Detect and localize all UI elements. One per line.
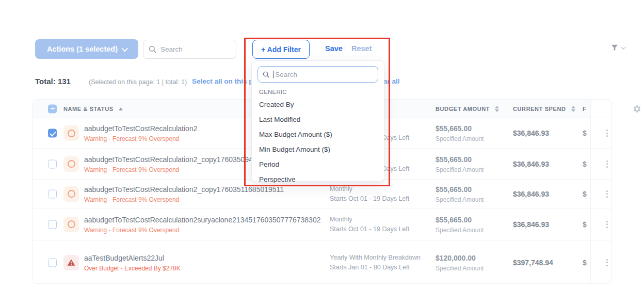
period-type: Yearly With Monthly Breakdown — [330, 253, 421, 263]
total-count-label: Total: 131 — [35, 77, 71, 86]
column-header-current-spend[interactable]: CURRENT SPEND — [513, 106, 575, 112]
budget-status: Warning - Forecast 9% Overspend — [84, 166, 253, 173]
table-settings-button[interactable] — [633, 104, 641, 113]
table-search-box[interactable] — [143, 40, 236, 59]
filter-search-box[interactable] — [257, 66, 378, 83]
reset-filters-button[interactable]: Reset — [351, 44, 372, 53]
filter-option[interactable]: Perspective — [252, 172, 384, 187]
row-menu-kebab-icon[interactable] — [604, 127, 610, 139]
budgets-page: Actions (1 selected) + Add Filter Save R… — [0, 0, 644, 289]
budget-status: Warning - Forecast 9% Overspend — [84, 226, 320, 233]
filter-option[interactable]: Min Budget Amount ($) — [252, 142, 384, 157]
period-type: Monthly — [330, 215, 409, 224]
column-header-budget-amount[interactable]: BUDGET AMOUNT — [436, 106, 499, 112]
current-spend: $36,846.93 — [513, 220, 549, 229]
row-checkbox[interactable] — [48, 220, 57, 229]
filter-search-input[interactable] — [275, 71, 373, 78]
warning-circle-icon — [63, 186, 79, 202]
current-spend: $36,846.93 — [513, 160, 549, 168]
budget-status: Warning - Forecast 9% Overspend — [84, 196, 284, 203]
forecasted-spend-clipped: $ — [583, 259, 590, 267]
current-spend: $36,846.93 — [513, 129, 549, 137]
select-all-checkbox[interactable] — [48, 104, 57, 113]
budget-amount-type: Specified Amount — [436, 226, 484, 233]
row-menu-kebab-icon[interactable] — [604, 219, 610, 230]
add-filter-popup: GENERIC Created ByLast ModifiedMax Budge… — [251, 60, 384, 182]
budget-name[interactable]: aabudgetToTestCostRecalculation2 — [84, 124, 197, 133]
filter-option[interactable]: Max Budget Amount ($) — [252, 127, 384, 142]
row-menu-kebab-icon[interactable] — [604, 158, 610, 170]
toolbar-divider — [345, 43, 345, 54]
gear-icon — [633, 104, 641, 113]
row-menu-kebab-icon[interactable] — [604, 188, 610, 200]
warning-circle-icon — [63, 217, 79, 232]
row-checkbox[interactable] — [48, 258, 57, 267]
filter-section-label: GENERIC — [252, 85, 384, 97]
text-cursor — [273, 71, 273, 78]
chevron-down-icon — [621, 44, 626, 50]
warning-circle-icon — [63, 125, 79, 141]
save-filters-button[interactable]: Save — [325, 44, 343, 53]
chevron-down-icon — [122, 45, 128, 52]
sort-icon — [571, 106, 575, 112]
budget-amount: $55,665.00 — [436, 124, 484, 133]
filter-option[interactable]: Last Modified — [252, 112, 384, 127]
over-budget-triangle-icon — [63, 255, 79, 270]
budget-name[interactable]: aabudgetToTestCostRecalculation2suryaclo… — [84, 215, 320, 223]
add-filter-button[interactable]: + Add Filter — [252, 40, 310, 59]
budget-status: Warning - Forecast 9% Overspend — [84, 135, 197, 142]
sort-icon — [495, 106, 499, 112]
current-spend: $397,748.94 — [513, 259, 553, 267]
budget-amount: $55,665.00 — [436, 185, 484, 193]
budget-amount: $55,665.00 — [436, 215, 484, 223]
sort-ascending-icon — [119, 107, 123, 110]
budget-name[interactable]: aaTestBudgetAlerts22Jul — [84, 253, 181, 262]
current-spend: $36,846.93 — [513, 190, 549, 198]
budget-status: Over Budget - Exceeded By $278K — [84, 264, 181, 271]
budget-amount: $120,000.00 — [436, 253, 484, 262]
budget-amount-type: Specified Amount — [436, 196, 484, 203]
table-row: aabudgetToTestCostRecalculation2suryaclo… — [33, 208, 611, 240]
selection-info-label: (Selected on this page: 1 | total: 1) — [89, 78, 187, 86]
filter-option[interactable]: Period — [252, 157, 384, 172]
period-range: Starts Oct 01 - 19 Days Left — [330, 224, 409, 234]
forecasted-spend-clipped: $ — [583, 160, 590, 168]
budget-amount-type: Specified Amount — [436, 166, 484, 173]
actions-column-divider — [590, 100, 591, 283]
column-header-name[interactable]: NAME & STATUS — [63, 106, 123, 112]
budget-amount: $55,665.00 — [436, 155, 484, 163]
filter-options-list: Created ByLast ModifiedMax Budget Amount… — [252, 97, 384, 187]
row-menu-kebab-icon[interactable] — [604, 257, 610, 268]
period-range: Starts Jan 01 - 80 Days Left — [330, 263, 421, 272]
row-checkbox[interactable] — [48, 129, 57, 138]
actions-dropdown-label: Actions (1 selected) — [47, 45, 118, 53]
search-icon — [149, 45, 156, 53]
actions-dropdown-button[interactable]: Actions (1 selected) — [35, 39, 138, 59]
budget-amount-type: Specified Amount — [436, 135, 484, 142]
column-header-forecast-clipped: F — [583, 106, 586, 112]
filter-option[interactable]: Created By — [252, 97, 384, 112]
forecasted-spend-clipped: $ — [583, 220, 590, 229]
warning-circle-icon — [63, 156, 79, 172]
row-checkbox[interactable] — [48, 189, 57, 198]
filter-funnel-icon — [610, 43, 619, 52]
forecasted-spend-clipped: $ — [583, 190, 590, 198]
filter-menu-button[interactable] — [610, 43, 624, 52]
row-checkbox[interactable] — [48, 159, 57, 168]
actions-column-header — [591, 100, 611, 118]
search-icon — [263, 71, 269, 78]
budget-name[interactable]: aabudgetToTestCostRecalculation2_copy176… — [84, 155, 253, 163]
period-range: Starts Oct 01 - 19 Days Left — [330, 194, 409, 204]
forecasted-spend-clipped: $ — [583, 129, 590, 137]
table-row: aaTestBudgetAlerts22Jul Over Budget - Ex… — [33, 240, 611, 284]
budget-amount-type: Specified Amount — [436, 264, 484, 271]
table-search-input[interactable] — [160, 45, 231, 53]
